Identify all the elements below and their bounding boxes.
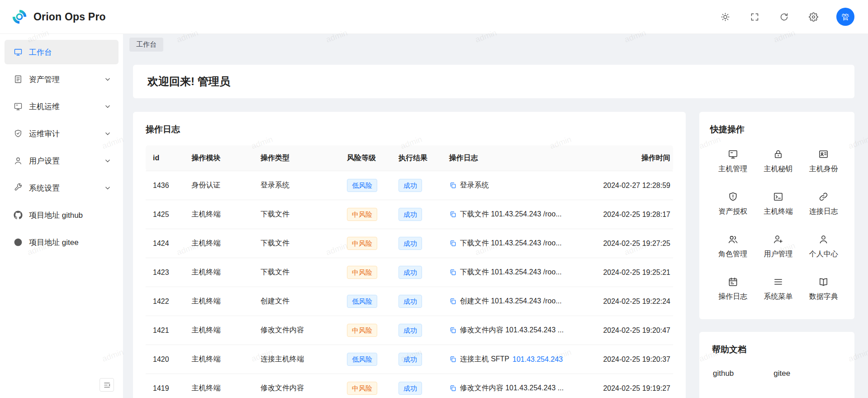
copy-icon[interactable] <box>449 355 457 363</box>
copy-icon[interactable] <box>449 182 457 189</box>
cell-type: 修改文件内容 <box>255 316 342 345</box>
quick-action-calendar[interactable]: 操作日志 <box>710 268 755 310</box>
sidebar-item-label: 工作台 <box>29 47 112 58</box>
sidebar-item-workbench[interactable]: 工作台 <box>5 40 119 64</box>
risk-badge: 低风险 <box>347 179 377 192</box>
cell-result: 成功 <box>393 316 444 345</box>
fullscreen-button[interactable] <box>750 12 759 22</box>
copy-icon[interactable] <box>449 240 457 247</box>
result-badge: 成功 <box>398 382 422 395</box>
quick-action-label: 资产授权 <box>718 207 747 216</box>
quick-action-terminal[interactable]: 主机终端 <box>755 182 801 225</box>
result-badge: 成功 <box>398 179 422 192</box>
copy-icon[interactable] <box>449 211 457 218</box>
chevron-down-icon <box>103 183 112 192</box>
chevron-down-icon <box>103 156 112 165</box>
app-header: Orion Ops Pro 管 <box>0 0 868 34</box>
brand: Orion Ops Pro <box>11 8 106 25</box>
cell-module: 身份认证 <box>186 171 255 200</box>
sidebar-collapse-button[interactable] <box>100 378 114 392</box>
risk-badge: 中风险 <box>347 324 377 337</box>
chevron-down-icon <box>103 75 112 84</box>
app-frame: 工作台资产管理主机运维运维审计用户设置系统设置项目地址 github项目地址 g… <box>0 34 868 398</box>
sun-icon <box>721 12 730 22</box>
display-icon <box>14 102 23 111</box>
quick-action-label: 主机终端 <box>764 207 792 216</box>
cell-id: 1424 <box>146 229 186 258</box>
log-message: 修改文件内容 101.43.254.243 ... <box>460 384 564 393</box>
cell-id: 1425 <box>146 200 186 229</box>
main-content: 工作台 欢迎回来! 管理员 操作日志 id操作模块操作类型风险等 <box>123 34 868 398</box>
user-avatar[interactable]: 管 <box>836 8 854 26</box>
log-message: 下载文件 101.43.254.243 /roo... <box>460 239 562 248</box>
quick-action-label: 系统菜单 <box>764 292 792 302</box>
quick-action-lock[interactable]: 主机秘钥 <box>755 140 801 182</box>
sidebar-item-system-settings[interactable]: 系统设置 <box>5 176 119 200</box>
cell-risk: 中风险 <box>342 258 393 287</box>
chevron-down-icon <box>103 129 112 138</box>
quick-action-safety[interactable]: 资产授权 <box>710 182 755 225</box>
result-badge: 成功 <box>398 237 422 250</box>
quick-action-label: 连接日志 <box>809 207 838 216</box>
sidebar-item-gitee[interactable]: 项目地址 gitee <box>5 230 119 254</box>
settings-button[interactable] <box>809 12 818 22</box>
sidebar-item-label: 用户设置 <box>29 156 103 166</box>
cell-risk: 中风险 <box>342 229 393 258</box>
cell-log: 连接主机 SFTP 101.43.254.243 <box>444 345 595 374</box>
quick-action-label: 角色管理 <box>718 249 747 259</box>
cell-id: 1421 <box>146 316 186 345</box>
refresh-button[interactable] <box>779 12 789 22</box>
app-logo-icon <box>11 8 28 25</box>
copy-icon[interactable] <box>449 384 457 392</box>
sidebar-item-github[interactable]: 项目地址 github <box>5 203 119 227</box>
cell-id: 1436 <box>146 171 186 200</box>
cell-type: 下载文件 <box>255 258 342 287</box>
sidebar-item-label: 系统设置 <box>29 183 103 193</box>
log-host-link[interactable]: 101.43.254.243 <box>512 355 563 364</box>
help-docs-card: 帮助文档 githubgitee <box>699 332 854 398</box>
cell-time: 2024-02-25 19:20:37 <box>595 345 673 374</box>
column-header: 操作时间 <box>595 145 673 171</box>
cell-module: 主机终端 <box>186 200 255 229</box>
copy-icon[interactable] <box>449 326 457 334</box>
sidebar-item-host-ops[interactable]: 主机运维 <box>5 94 119 119</box>
header-icon-buttons <box>721 12 818 22</box>
tagbar: 工作台 <box>123 34 868 55</box>
column-header: 操作类型 <box>255 145 342 171</box>
quick-action-user-add[interactable]: 用户管理 <box>755 225 801 268</box>
column-header: id <box>146 145 186 171</box>
quick-action-link[interactable]: 连接日志 <box>801 182 846 225</box>
copy-icon[interactable] <box>449 297 457 305</box>
cell-module: 主机终端 <box>186 258 255 287</box>
sidebar-item-assets[interactable]: 资产管理 <box>5 67 119 91</box>
theme-toggle-button[interactable] <box>721 12 730 22</box>
cell-module: 主机终端 <box>186 374 255 398</box>
sidebar-item-label: 主机运维 <box>29 101 103 112</box>
cell-log: 下载文件 101.43.254.243 /roo... <box>444 200 595 229</box>
sidebar-item-user-settings[interactable]: 用户设置 <box>5 149 119 173</box>
cell-type: 修改文件内容 <box>255 374 342 398</box>
quick-action-display[interactable]: 主机管理 <box>710 140 755 182</box>
quick-action-user[interactable]: 个人中心 <box>801 225 846 268</box>
sidebar-item-audit[interactable]: 运维审计 <box>5 121 119 146</box>
risk-badge: 中风险 <box>347 382 377 395</box>
quick-action-menu[interactable]: 系统菜单 <box>755 268 801 310</box>
quick-action-idcard[interactable]: 主机身份 <box>801 140 846 182</box>
cell-result: 成功 <box>393 200 444 229</box>
breadcrumb-tab-workbench[interactable]: 工作台 <box>129 38 163 52</box>
result-badge: 成功 <box>398 266 422 279</box>
cell-type: 下载文件 <box>255 200 342 229</box>
quick-action-team[interactable]: 角色管理 <box>710 225 755 268</box>
copy-icon[interactable] <box>449 269 457 276</box>
quick-action-book[interactable]: 数据字典 <box>801 268 846 310</box>
risk-badge: 低风险 <box>347 295 377 308</box>
table-row: 1419主机终端修改文件内容中风险成功修改文件内容 101.43.254.243… <box>146 374 673 398</box>
cell-result: 成功 <box>393 374 444 398</box>
reload-icon <box>779 12 789 22</box>
operation-log-card: 操作日志 id操作模块操作类型风险等级执行结果操作日志操作时间 1436身份认证… <box>133 112 686 398</box>
wrench-icon <box>14 183 23 192</box>
cell-time: 2024-02-25 19:22:24 <box>595 287 673 316</box>
help-link-github[interactable]: github <box>713 369 734 378</box>
help-link-gitee[interactable]: gitee <box>773 369 790 378</box>
log-message: 创建文件 101.43.254.243 /roo... <box>460 297 562 306</box>
